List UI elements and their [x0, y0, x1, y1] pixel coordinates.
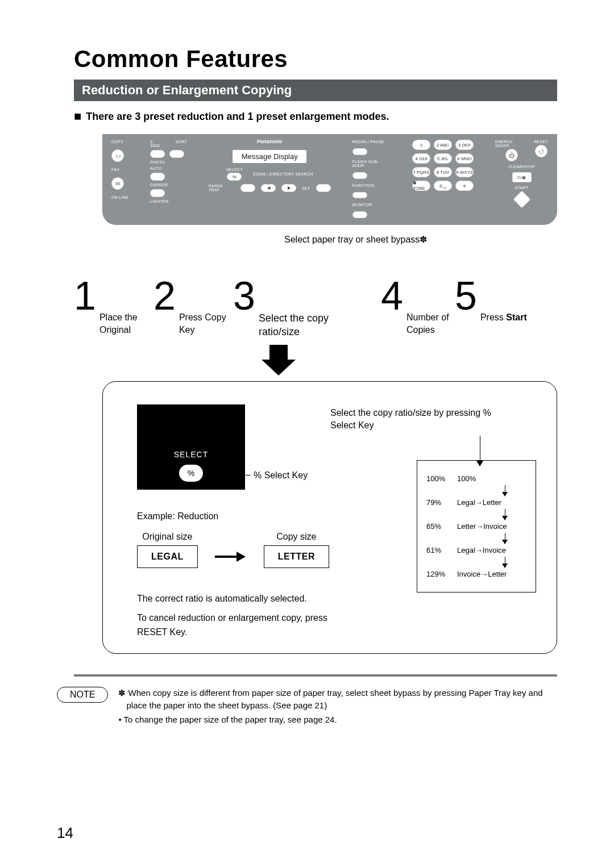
label-clearstop: CLEAR/STOP: [508, 165, 535, 169]
label-start: START: [515, 186, 529, 190]
key-1[interactable]: 1: [412, 140, 430, 150]
ratio-row-4: 129% Invoice→Letter: [426, 570, 526, 578]
key-4[interactable]: 4 GHI: [412, 153, 430, 164]
cancel-line: To cancel reduction or enlargement copy,…: [137, 611, 342, 640]
copy-button[interactable]: ▭: [111, 149, 124, 162]
note-row: NOTE ✽ When copy size is different from …: [57, 687, 557, 728]
step-4: 4 Number of Copies: [381, 276, 455, 339]
select-label: SELECT: [174, 450, 208, 459]
paper-tray-button[interactable]: [240, 184, 255, 192]
key-7[interactable]: 7 PQRS: [412, 167, 430, 177]
label-lighter: LIGHTER: [150, 199, 187, 203]
auto-note: The correct ratio is automatically selec…: [137, 592, 342, 640]
step-num-1: 1: [74, 276, 96, 316]
key-hash[interactable]: #: [455, 181, 474, 191]
function-button[interactable]: [352, 192, 367, 199]
down-arrow-icon: [505, 485, 505, 493]
key-6[interactable]: 6 MNO: [455, 153, 474, 164]
ratio-row-1: 79% Legal→Letter: [426, 498, 526, 507]
control-panel: COPY ▭ FAX ✉ ON LINE 2-SIDE SORT PHOTO A…: [102, 134, 557, 225]
label-energy: ENERGY SAVER: [495, 140, 528, 148]
section-subtitle: Reduction or Enlargement Copying: [74, 80, 557, 101]
label-reset: RESET: [534, 140, 548, 144]
label-monitor: MONITOR: [352, 203, 391, 207]
note-item-1: ✽ When copy size is different from paper…: [118, 687, 557, 712]
energy-saver-button[interactable]: ⏻: [505, 149, 518, 161]
step-text-1: Place the Original: [99, 311, 138, 336]
set-button[interactable]: [316, 184, 331, 192]
ratio-pct: 100%: [426, 474, 451, 483]
label-auto: AUTO: [150, 166, 187, 170]
reset-button[interactable]: ⭯: [535, 145, 547, 157]
step-5: 5 Press Start: [455, 276, 529, 339]
ratio-desc: Legal→Invoice: [451, 546, 526, 554]
example-label: Example: Reduction: [137, 511, 329, 521]
step-2: 2 Press Copy Key: [154, 276, 233, 339]
right-arrow-icon: [215, 553, 247, 561]
step-3: 3 Select the copy ratio/size: [233, 276, 381, 339]
message-display: Message Display: [233, 150, 306, 163]
ratio-row-0: 100% 100%: [426, 474, 526, 483]
copy-size-box: LETTER: [264, 545, 329, 568]
label-select: SELECT: [226, 168, 243, 172]
label-sort: SORT: [175, 140, 187, 148]
label-redial: REDIAL/ PAUSE: [352, 140, 391, 144]
redial-button[interactable]: [352, 148, 367, 155]
leader-line: [228, 475, 251, 475]
step-num-3: 3: [233, 276, 255, 316]
ratio-pct: 65%: [426, 522, 451, 531]
clear-stop-button[interactable]: C/◉: [512, 172, 532, 182]
key-9[interactable]: 9 WXYZ: [455, 167, 474, 177]
select-pct-button[interactable]: %: [227, 173, 242, 181]
panel-keypad-col: 1 2 ABC 3 DEF 4 GHI 5 JKL 6 MNO 7 PQRS 8…: [412, 140, 474, 218]
percent-select-button[interactable]: %: [179, 465, 203, 482]
flash-button[interactable]: [352, 172, 367, 179]
ratio-desc: Legal→Letter: [451, 498, 526, 507]
down-arrow-icon: [505, 533, 505, 541]
note-text: ✽ When copy size is different from paper…: [118, 687, 557, 728]
twoside-button[interactable]: [150, 150, 165, 158]
contrast-button[interactable]: [150, 189, 165, 197]
auto-button[interactable]: [150, 173, 165, 181]
page-title: Common Features: [74, 45, 557, 73]
sort-button[interactable]: [169, 150, 184, 158]
step-num-4: 4: [381, 276, 403, 316]
key-star[interactable]: ✱ TONE: [412, 181, 430, 191]
label-2side: 2-SIDE: [150, 140, 164, 148]
fax-button[interactable]: ✉: [111, 177, 124, 190]
key-3[interactable]: 3 DEF: [455, 140, 474, 150]
key-2[interactable]: 2 ABC: [434, 140, 452, 150]
ratio-pct: 61%: [426, 546, 451, 554]
panel-col-phone: REDIAL/ PAUSE FLASH/ SUB-ADDR FUNCTION M…: [352, 140, 391, 218]
label-copy: COPY: [111, 140, 128, 144]
section-divider: [74, 674, 557, 677]
ratio-row-2: 65% Letter→Invoice: [426, 522, 526, 531]
brand-label: Panasonic: [257, 139, 283, 144]
start-button[interactable]: [513, 190, 530, 208]
nav-right-button[interactable]: ▶: [281, 184, 296, 192]
step-text-3: Select the copy ratio/size: [259, 311, 329, 339]
select-panel: SELECT %: [137, 404, 245, 490]
copy-size-label: Copy size: [276, 532, 316, 542]
auto-ratio-line: The correct ratio is automatically selec…: [137, 592, 342, 606]
ratio-row-3: 61% Legal→Invoice: [426, 546, 526, 554]
ratio-pct: 129%: [426, 570, 451, 578]
key-5[interactable]: 5 JKL: [434, 153, 452, 164]
step-row: 1 Place the Original 2 Press Copy Key 3 …: [74, 276, 557, 339]
panel-center: Panasonic Message Display SELECT % ZOOM …: [209, 140, 331, 218]
down-arrow-icon: [505, 557, 505, 565]
down-arrow-icon: [505, 509, 505, 517]
keypad: 1 2 ABC 3 DEF 4 GHI 5 JKL 6 MNO 7 PQRS 8…: [412, 140, 474, 191]
label-zoom: ZOOM / DIRECTORY SEARCH: [253, 172, 313, 176]
monitor-button[interactable]: [352, 211, 367, 218]
key-8[interactable]: 8 TUV: [434, 167, 452, 177]
ratio-desc: Invoice→Letter: [451, 570, 526, 578]
lead-text: There are 3 preset reduction and 1 prese…: [74, 109, 557, 124]
ratio-table: 100% 100% 79% Legal→Letter 65% Letter→In…: [417, 460, 536, 592]
step-1: 1 Place the Original: [74, 276, 154, 339]
nav-left-button[interactable]: ◀: [261, 184, 276, 192]
key-0[interactable]: 0 ␣: [434, 181, 452, 191]
ratio-pct: 79%: [426, 498, 451, 507]
label-photo: PHOTO: [150, 160, 187, 164]
annot-select-tray: Select paper tray or sheet bypass✽: [284, 233, 427, 246]
